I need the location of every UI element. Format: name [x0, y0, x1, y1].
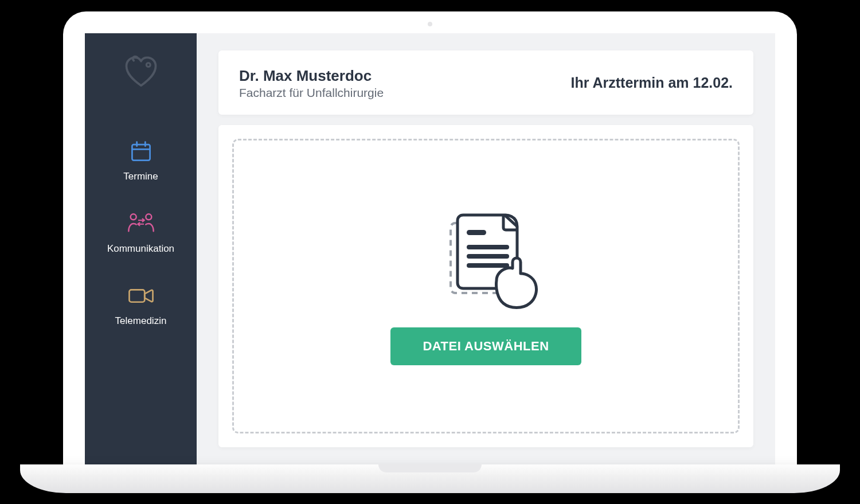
- svg-point-5: [130, 214, 136, 220]
- sidebar: Termine: [85, 33, 197, 464]
- svg-point-0: [146, 62, 150, 67]
- sidebar-item-label: Telemedizin: [115, 315, 167, 327]
- svg-rect-13: [467, 254, 509, 259]
- svg-point-6: [146, 214, 151, 220]
- svg-rect-11: [467, 230, 486, 235]
- sidebar-item-label: Termine: [123, 171, 158, 182]
- laptop-screen: Termine: [63, 11, 797, 464]
- appointment-date-text: Ihr Arzttermin am 12.02.: [570, 75, 733, 91]
- sidebar-item-termine[interactable]: Termine: [85, 135, 197, 186]
- upload-card: DATEI AUSWÄHLEN: [218, 125, 753, 447]
- svg-rect-9: [129, 290, 144, 302]
- appointment-header-card: Dr. Max Musterdoc Facharzt für Unfallchi…: [218, 50, 753, 115]
- camera-dot: [428, 22, 432, 26]
- doctor-info: Dr. Max Musterdoc Facharzt für Unfallchi…: [239, 67, 384, 100]
- doctor-specialty: Facharzt für Unfallchirurgie: [239, 86, 384, 100]
- heart-stethoscope-icon: [122, 54, 161, 93]
- select-file-button[interactable]: DATEI AUSWÄHLEN: [390, 327, 581, 365]
- laptop-base: [20, 464, 840, 493]
- doctor-name: Dr. Max Musterdoc: [239, 67, 384, 85]
- sidebar-item-telemedizin[interactable]: Telemedizin: [85, 280, 197, 330]
- svg-rect-12: [467, 245, 509, 249]
- document-drag-icon: [429, 207, 544, 310]
- svg-rect-14: [467, 263, 509, 268]
- people-exchange-icon: [127, 211, 155, 236]
- main-content: Dr. Max Musterdoc Facharzt für Unfallchi…: [197, 33, 775, 464]
- svg-rect-1: [132, 144, 150, 161]
- video-camera-icon: [127, 283, 155, 308]
- sidebar-item-kommunikation[interactable]: Kommunikation: [85, 208, 197, 258]
- app-frame: Termine: [85, 33, 775, 464]
- laptop-mockup: Termine: [20, 11, 840, 493]
- calendar-icon: [127, 139, 155, 164]
- laptop-notch: [378, 464, 482, 472]
- app-logo: [118, 50, 164, 96]
- sidebar-item-label: Kommunikation: [107, 243, 174, 255]
- file-dropzone[interactable]: DATEI AUSWÄHLEN: [232, 139, 740, 433]
